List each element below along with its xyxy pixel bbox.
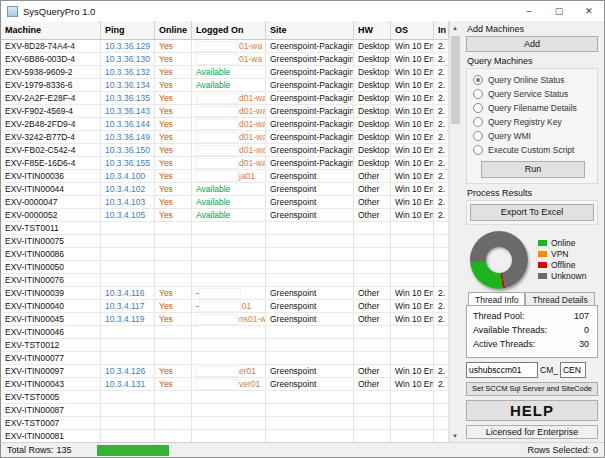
cell-in[interactable]: 2. — [434, 53, 449, 66]
cell-ping[interactable] — [101, 352, 155, 365]
cell-machine[interactable]: EXV-ITIN00087 — [1, 404, 101, 417]
cell-site[interactable]: Greenspoint-Packaging — [266, 144, 354, 157]
cell-in[interactable] — [434, 404, 449, 417]
cell-online[interactable]: Yes — [155, 170, 192, 183]
export-to-excel-button[interactable]: Export To Excel — [470, 204, 594, 221]
cell-os[interactable]: Win 10 Ent — [391, 118, 434, 131]
sitecode-input[interactable] — [560, 362, 586, 378]
cell-online[interactable] — [155, 326, 192, 339]
table-row[interactable]: EXV-ITIN0003610.3.4.100Yesja01Greenspoin… — [1, 170, 449, 183]
cell-machine[interactable]: EXV-F902-4569-4 — [1, 105, 101, 118]
cell-os[interactable] — [391, 404, 434, 417]
cell-logged-on[interactable]: 01-wa — [192, 40, 266, 53]
cell-online[interactable] — [155, 430, 192, 442]
cell-site[interactable]: Greenspoint-Packaging — [266, 53, 354, 66]
cell-site[interactable] — [266, 352, 354, 365]
cell-machine[interactable]: EXV-TST0007 — [1, 417, 101, 430]
cell-machine[interactable]: EXV-2A2F-E28F-4 — [1, 92, 101, 105]
cell-online[interactable] — [155, 404, 192, 417]
cell-machine[interactable]: EXV-ITIN00076 — [1, 274, 101, 287]
cell-online[interactable] — [155, 274, 192, 287]
cell-hw[interactable] — [354, 404, 391, 417]
cell-machine[interactable]: EXV-ITIN00046 — [1, 326, 101, 339]
cell-os[interactable] — [391, 430, 434, 442]
cell-hw[interactable] — [354, 339, 391, 352]
cell-ping[interactable]: 10.3.4.126 — [101, 365, 155, 378]
cell-ping[interactable]: 10.3.4.102 — [101, 183, 155, 196]
table-row[interactable]: EXV-ITIN0004310.3.4.131Yesver01Greenspoi… — [1, 378, 449, 391]
cell-hw[interactable]: Other — [354, 183, 391, 196]
cell-os[interactable]: Win 10 Ent — [391, 92, 434, 105]
cell-machine[interactable]: EXV-ITIN00081 — [1, 430, 101, 442]
table-row[interactable]: EXV-F902-4569-410.3.36.143Yesd01-waGreen… — [1, 105, 449, 118]
set-sccm-button[interactable]: Set SCCM Sql Server and SiteCode — [466, 382, 598, 396]
column-header-hw[interactable]: HW — [354, 21, 391, 40]
cell-ping[interactable]: 10.3.4.119 — [101, 313, 155, 326]
cell-online[interactable] — [155, 391, 192, 404]
cell-machine[interactable]: EXV-0000047 — [1, 196, 101, 209]
cell-machine[interactable]: EXV-3242-B77D-4 — [1, 131, 101, 144]
cell-site[interactable] — [266, 417, 354, 430]
radio-option-execute-custom-script[interactable]: Execute Custom Script — [473, 143, 593, 157]
cell-site[interactable] — [266, 248, 354, 261]
cell-in[interactable] — [434, 235, 449, 248]
cell-os[interactable]: Win 10 Ent — [391, 40, 434, 53]
cell-logged-on[interactable] — [192, 261, 266, 274]
radio-option-query-service-status[interactable]: Query Service Status — [473, 87, 593, 101]
cell-ping[interactable]: 10.3.36.134 — [101, 79, 155, 92]
table-row[interactable]: EXV-5938-9609-210.3.36.132YesAvailableGr… — [1, 66, 449, 79]
cell-in[interactable]: 2. — [434, 157, 449, 170]
cell-site[interactable]: Greenspoint — [266, 287, 354, 300]
cell-ping[interactable]: 10.3.36.135 — [101, 92, 155, 105]
cell-machine[interactable]: EXV-ITIN00039 — [1, 287, 101, 300]
cell-ping[interactable] — [101, 235, 155, 248]
cell-logged-on[interactable]: d01-wa — [192, 105, 266, 118]
cell-ping[interactable]: 10.3.4.105 — [101, 209, 155, 222]
table-row[interactable]: EXV-TST0005 — [1, 391, 449, 404]
minimize-button[interactable]: – — [514, 1, 544, 21]
cell-machine[interactable]: EXV-ITIN00077 — [1, 352, 101, 365]
cell-site[interactable]: Greenspoint — [266, 365, 354, 378]
cell-online[interactable]: Yes — [155, 144, 192, 157]
cell-os[interactable]: Win 10 Ent — [391, 105, 434, 118]
table-row[interactable]: EXV-ITIN00075 — [1, 235, 449, 248]
cell-site[interactable] — [266, 430, 354, 442]
cell-os[interactable] — [391, 235, 434, 248]
cell-site[interactable] — [266, 274, 354, 287]
cell-ping[interactable] — [101, 430, 155, 442]
cell-hw[interactable] — [354, 248, 391, 261]
close-button[interactable]: ✕ — [574, 1, 604, 21]
cell-ping[interactable]: 10.3.4.131 — [101, 378, 155, 391]
cell-logged-on[interactable]: d01-wa — [192, 118, 266, 131]
cell-machine[interactable]: EXV-TST0011 — [1, 222, 101, 235]
cell-machine[interactable]: EXV-TST0005 — [1, 391, 101, 404]
cell-in[interactable]: 2. — [434, 287, 449, 300]
cell-hw[interactable]: Desktop — [354, 105, 391, 118]
cell-in[interactable] — [434, 339, 449, 352]
tab-thread-info[interactable]: Thread Info — [468, 292, 525, 306]
cell-site[interactable]: Greenspoint-Packaging — [266, 105, 354, 118]
cell-in[interactable] — [434, 352, 449, 365]
cell-logged-on[interactable]: d01-wa — [192, 131, 266, 144]
cell-site[interactable]: Greenspoint — [266, 170, 354, 183]
cell-site[interactable]: Greenspoint-Packaging — [266, 66, 354, 79]
table-row[interactable]: EXV-ITIN0009710.3.4.126Yeser01Greenspoin… — [1, 365, 449, 378]
cell-hw[interactable] — [354, 326, 391, 339]
cell-online[interactable]: Yes — [155, 131, 192, 144]
cell-logged-on[interactable]: Available — [192, 209, 266, 222]
cell-machine[interactable]: EXV-ITIN00044 — [1, 183, 101, 196]
cell-os[interactable]: Win 10 Ent — [391, 300, 434, 313]
cell-hw[interactable]: Desktop — [354, 79, 391, 92]
cell-logged-on[interactable]: 01-wa — [192, 53, 266, 66]
cell-hw[interactable] — [354, 274, 391, 287]
cell-logged-on[interactable] — [192, 248, 266, 261]
cell-in[interactable]: 2. — [434, 92, 449, 105]
column-header-online[interactable]: Online — [155, 21, 192, 40]
cell-online[interactable] — [155, 339, 192, 352]
cell-site[interactable] — [266, 235, 354, 248]
cell-machine[interactable]: EXV-2B48-2FD9-4 — [1, 118, 101, 131]
cell-machine[interactable]: EXV-ITIN00086 — [1, 248, 101, 261]
cell-hw[interactable]: Desktop — [354, 66, 391, 79]
cell-os[interactable]: Win 10 Ent — [391, 378, 434, 391]
cell-machine[interactable]: EXV-ITIN00097 — [1, 365, 101, 378]
